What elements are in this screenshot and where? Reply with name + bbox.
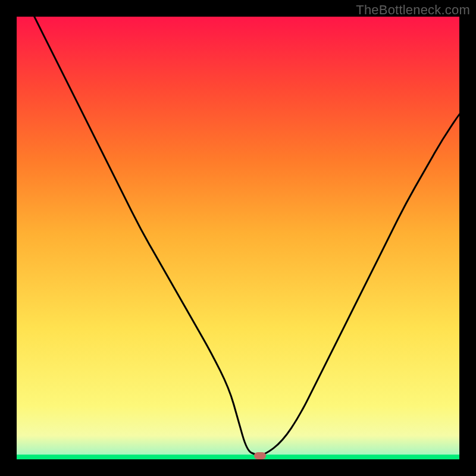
- curve-path: [17, 17, 459, 455]
- bottleneck-curve: [17, 17, 459, 459]
- minimum-marker: [254, 452, 266, 459]
- chart-frame: TheBottleneck.com: [0, 0, 476, 476]
- watermark-text: TheBottleneck.com: [356, 2, 470, 18]
- plot-area: [17, 17, 459, 459]
